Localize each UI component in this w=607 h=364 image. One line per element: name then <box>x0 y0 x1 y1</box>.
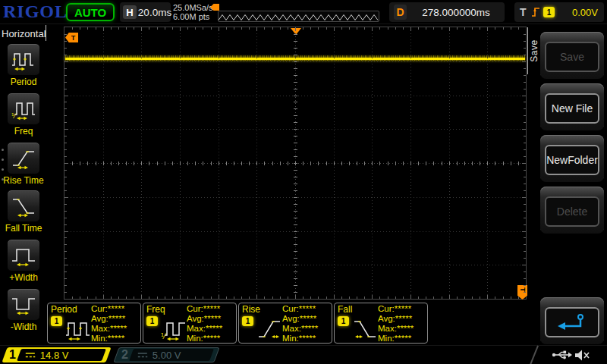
channel1-scale: 14.8 V <box>40 350 69 361</box>
horizontal-scale-box[interactable]: H 20.0ms <box>120 2 171 22</box>
scroll-indicator-dot <box>2 178 4 180</box>
channel-badge: 1 <box>51 316 62 326</box>
channel-badge: 1 <box>146 316 158 326</box>
t-label: T <box>520 2 527 22</box>
svg-text:⅟: ⅟ <box>11 112 17 120</box>
measurement-values: Cur:***** Avg:***** Max:***** Min:***** <box>187 304 222 344</box>
period-icon <box>65 315 91 344</box>
freq-icon: ⅟ <box>161 315 187 344</box>
channel2-scale: 5.00 V <box>153 350 181 361</box>
dc-coupling-icon <box>25 352 36 359</box>
delay-value: 278.000000ms <box>410 2 502 22</box>
dc-coupling-icon <box>137 352 148 359</box>
sidebar-item-period[interactable]: Period <box>0 43 47 87</box>
new-folder-button[interactable]: NewFolder <box>540 135 604 182</box>
sidebar-item-label: +Width <box>0 272 47 283</box>
channel-status-bar: 1 14.8 V 2 5.00 V <box>0 345 607 364</box>
fall-time-icon <box>352 315 378 344</box>
channel1-status[interactable]: 1 14.8 V <box>2 347 111 362</box>
sample-rate: 25.0MSa/s <box>173 3 213 12</box>
speaker-muted-icon <box>574 349 591 364</box>
new-file-button[interactable]: New File <box>540 83 604 130</box>
soft-menu-panel: Save New File NewFolder Delete <box>539 25 607 344</box>
trigger-delay-box[interactable]: D 278.000000ms <box>389 2 505 22</box>
measurement-box-period: Period 1 Cur:***** Avg:***** Max:***** M… <box>47 303 141 344</box>
measurement-box-rise: Rise 1 Cur:***** Avg:***** Max:***** Min… <box>238 303 332 344</box>
measurement-values: Cur:***** Avg:***** Max:***** Min:***** <box>282 304 318 344</box>
measurement-box-fall: Fall 1 Cur:***** Avg:***** Max:***** Min… <box>334 303 428 344</box>
trigger-source-badge: 1 <box>543 7 555 17</box>
memory-depth: 6.00M pts <box>173 12 213 21</box>
scroll-indicator-dot <box>2 168 4 171</box>
measurement-title: Rise <box>242 304 260 315</box>
scroll-indicator-dot <box>2 149 4 151</box>
sidebar-item-minus-width[interactable]: -Width <box>0 288 47 332</box>
graticule: T T <box>64 27 527 300</box>
sidebar-item-plus-width[interactable]: +Width <box>0 239 47 283</box>
waveform-memory-preview <box>218 11 379 22</box>
trigger-level-marker[interactable]: T <box>65 33 78 42</box>
channel-badge: 1 <box>338 316 349 326</box>
offscreen-trigger-marker[interactable]: T <box>517 285 527 300</box>
rising-edge-icon <box>531 6 540 21</box>
oscilloscope-screen: RIGOL AUTO H 20.0ms 25.0MSa/s 6.00M pts … <box>0 0 607 364</box>
measurement-title: Freq <box>146 304 165 315</box>
sidebar-item-label: Period <box>0 77 47 87</box>
trigger-info-box[interactable]: T 1 0.00V <box>514 2 604 22</box>
preview-wave-icon <box>219 12 379 22</box>
measurement-box-freq: Freq 1 ⅟ Cur:***** Avg:***** Max:***** M… <box>143 303 237 344</box>
delete-button[interactable]: Delete <box>540 187 604 234</box>
sidebar-item-fall-time[interactable]: Fall Time <box>0 190 47 234</box>
timebase-value: 20.0ms <box>140 2 170 22</box>
channel2-number: 2 <box>121 348 128 362</box>
return-arrow-icon <box>545 307 599 337</box>
measurement-title: Period <box>51 304 77 315</box>
scroll-indicator-dot <box>2 158 4 161</box>
channel-badge: 1 <box>242 316 253 326</box>
d-label: D <box>394 5 407 20</box>
return-button[interactable] <box>540 297 604 344</box>
rigol-logo: RIGOL <box>3 2 68 22</box>
sidebar-item-freq[interactable]: ⅟ Freq <box>0 93 47 136</box>
channel1-number: 1 <box>9 348 16 362</box>
menu-tab-label: Save <box>529 28 539 74</box>
sidebar-item-label: Freq <box>0 126 47 136</box>
sidebar-item-label: Rise Time <box>0 175 47 186</box>
sidebar-title-divider <box>46 25 46 41</box>
acquisition-info: 25.0MSa/s 6.00M pts <box>173 3 213 21</box>
measurement-values: Cur:***** Avg:***** Max:***** Min:***** <box>91 304 127 344</box>
save-button[interactable]: Save <box>540 32 604 79</box>
h-label: H <box>123 5 137 19</box>
sidebar-item-rise-time[interactable]: Rise Time <box>0 142 47 186</box>
trigger-level-value: 0.00V <box>572 2 598 22</box>
sidebar-item-label: Fall Time <box>0 223 47 234</box>
freq-icon: ⅟ <box>7 93 40 125</box>
channel2-status[interactable]: 2 5.00 V <box>113 347 219 362</box>
measurement-title: Fall <box>338 304 352 315</box>
svg-text:⅟: ⅟ <box>161 332 167 340</box>
status-bar: RIGOL AUTO H 20.0ms 25.0MSa/s 6.00M pts … <box>0 0 607 24</box>
plus-width-icon <box>7 239 40 271</box>
period-icon <box>7 43 40 76</box>
rise-time-icon <box>7 142 40 174</box>
measurement-values: Cur:***** Avg:***** Max:***** Min:***** <box>378 304 414 344</box>
usb-icon <box>552 349 572 364</box>
sidebar-title: Horizontal <box>2 28 46 39</box>
measure-sidebar: Horizontal Period ⅟ <box>0 25 47 344</box>
fall-time-icon <box>7 190 40 222</box>
sidebar-item-label: -Width <box>0 322 47 332</box>
rise-time-icon <box>256 315 282 344</box>
minus-width-icon <box>7 288 40 321</box>
footer-divider <box>530 346 539 364</box>
run-status-badge: AUTO <box>66 3 115 21</box>
